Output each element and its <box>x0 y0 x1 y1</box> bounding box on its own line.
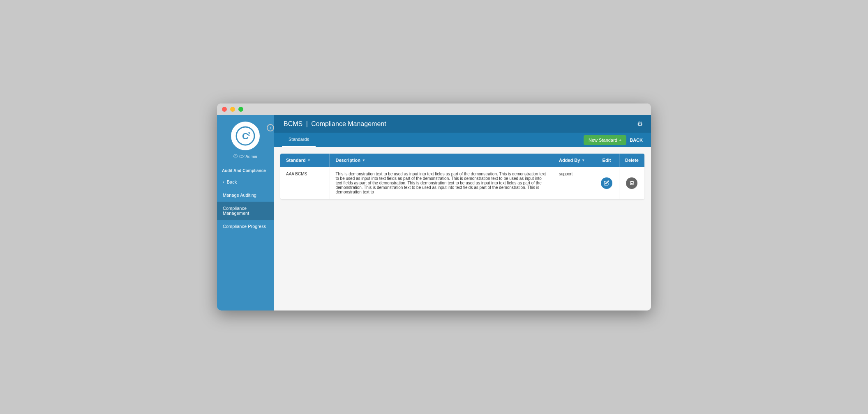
cell-edit <box>594 167 619 199</box>
minimize-button[interactable] <box>230 107 235 112</box>
table-area: Standard ▼ Description ▼ <box>274 147 651 310</box>
sidebar-item-compliance-management[interactable]: Compliance Management <box>217 202 274 220</box>
standards-table: Standard ▼ Description ▼ <box>280 154 644 199</box>
close-button[interactable] <box>222 107 227 112</box>
column-header-added-by[interactable]: Added By ▼ <box>553 154 594 167</box>
user-icon: Ⓒ <box>233 154 238 159</box>
sub-nav-tabs: Standards <box>282 133 316 147</box>
new-standard-button[interactable]: New Standard + <box>584 135 626 145</box>
edit-icon <box>604 180 609 186</box>
sort-arrow-description: ▼ <box>362 159 365 162</box>
sidebar-item-label: Compliance Progress <box>223 224 266 229</box>
svg-text:2: 2 <box>248 132 250 136</box>
sort-arrow-added-by: ▼ <box>582 159 585 162</box>
cell-added-by: support <box>553 167 594 199</box>
sidebar-item-manage-auditing[interactable]: Manage Auditing <box>217 189 274 202</box>
sidebar-logo-area: C 2 Ⓒ C2 Admin <box>217 115 274 164</box>
sidebar-item-label: Back <box>227 179 237 184</box>
column-header-description[interactable]: Description ▼ <box>330 154 553 167</box>
user-info: Ⓒ C2 Admin <box>233 154 257 159</box>
settings-icon[interactable]: ⚙ <box>637 120 643 128</box>
cell-standard: AAA BCMS <box>280 167 330 199</box>
sidebar-item-back[interactable]: ‹ Back <box>217 175 274 189</box>
header-right: ⚙ <box>637 120 643 128</box>
sidebar-item-label: Manage Auditing <box>223 193 256 198</box>
maximize-button[interactable] <box>238 107 243 112</box>
sub-nav-right: New Standard + BACK <box>584 135 643 145</box>
app-name: BCMS <box>284 120 302 127</box>
sub-nav: Standards New Standard + BACK <box>274 133 651 147</box>
table-header-row: Standard ▼ Description ▼ <box>280 154 644 167</box>
tab-standards[interactable]: Standards <box>282 133 316 147</box>
plus-icon: + <box>619 138 621 143</box>
column-header-edit: Edit <box>594 154 619 167</box>
column-header-delete: Delete <box>619 154 644 167</box>
logo-icon: C 2 <box>235 126 256 146</box>
titlebar <box>217 104 651 115</box>
top-header: BCMS | Compliance Management ⚙ <box>274 115 651 133</box>
trash-icon <box>629 180 635 186</box>
table-row: AAA BCMS This is demonstration text to b… <box>280 167 644 199</box>
cell-delete <box>619 167 644 199</box>
page-title: Compliance Management <box>311 120 386 127</box>
sidebar: ‹ C 2 Ⓒ C2 Admin Audit And Compliance <box>217 115 274 310</box>
main-content: BCMS | Compliance Management ⚙ Standards <box>274 115 651 310</box>
header-title: BCMS | Compliance Management <box>282 120 386 128</box>
cell-description: This is demonstration text to be used as… <box>330 167 553 199</box>
edit-button[interactable] <box>601 177 612 189</box>
delete-button[interactable] <box>626 177 637 189</box>
sidebar-item-label: Compliance Management <box>223 206 268 216</box>
column-header-standard[interactable]: Standard ▼ <box>280 154 330 167</box>
app-layout: ‹ C 2 Ⓒ C2 Admin Audit And Compliance <box>217 115 651 310</box>
sort-arrow-standard: ▼ <box>307 159 311 162</box>
app-window: ‹ C 2 Ⓒ C2 Admin Audit And Compliance <box>217 104 651 310</box>
sidebar-collapse-button[interactable]: ‹ <box>267 124 274 131</box>
sidebar-nav: ‹ Back Manage Auditing Compliance Manage… <box>217 175 274 233</box>
sidebar-item-compliance-progress[interactable]: Compliance Progress <box>217 220 274 233</box>
header-separator: | <box>306 120 308 127</box>
logo-circle: C 2 <box>231 122 260 150</box>
new-standard-label: New Standard <box>589 138 617 143</box>
back-arrow-icon: ‹ <box>223 179 224 184</box>
sidebar-section-title: Audit And Compliance <box>217 164 274 175</box>
back-link[interactable]: BACK <box>630 138 643 143</box>
user-name-label: C2 Admin <box>239 154 257 159</box>
